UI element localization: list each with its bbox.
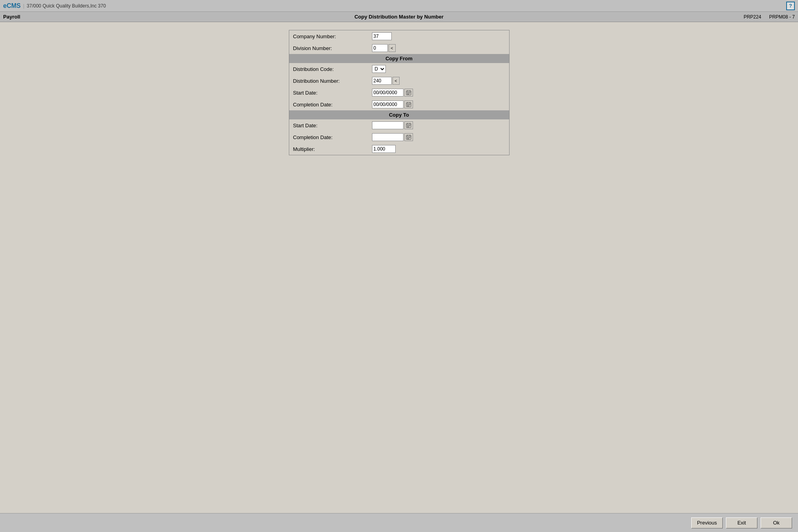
svg-rect-8 — [408, 94, 409, 95]
distribution-code-select[interactable]: D — [372, 65, 386, 73]
calendar-icon — [406, 90, 411, 95]
svg-rect-7 — [407, 94, 408, 95]
svg-rect-35 — [408, 138, 409, 139]
copy-to-start-date-row: Start Date: — [289, 119, 509, 131]
svg-rect-14 — [408, 104, 409, 105]
calendar-icon — [406, 134, 411, 140]
distribution-code-label: Distribution Code: — [293, 66, 372, 72]
copy-to-completion-date-group — [372, 133, 413, 141]
form-container: Company Number: Division Number: < Copy … — [289, 30, 510, 155]
distribution-number-input[interactable] — [372, 77, 392, 85]
division-number-label: Division Number: — [293, 45, 372, 51]
copy-to-start-date-label: Start Date: — [293, 123, 372, 128]
distribution-code-field-group: D — [372, 65, 386, 73]
svg-rect-13 — [407, 104, 408, 105]
svg-rect-23 — [408, 125, 409, 126]
copy-from-start-date-input[interactable] — [372, 89, 404, 97]
copy-to-completion-date-calendar-button[interactable] — [404, 133, 413, 141]
module-label: Payroll — [3, 14, 201, 20]
copy-from-start-date-calendar-button[interactable] — [404, 89, 413, 97]
company-number-field-group — [372, 32, 392, 40]
multiplier-input[interactable] — [372, 145, 396, 153]
svg-rect-22 — [407, 125, 408, 126]
svg-rect-6 — [409, 93, 410, 93]
distribution-number-row: Distribution Number: < — [289, 75, 509, 87]
svg-rect-15 — [409, 104, 410, 105]
multiplier-row: Multiplier: — [289, 143, 509, 155]
distribution-code-row: Distribution Code: D — [289, 63, 509, 75]
division-number-field-group: < — [372, 44, 396, 52]
copy-from-completion-date-group — [372, 100, 413, 108]
menu-right: PRP224 PRPM08 - 7 — [597, 14, 795, 20]
bottom-bar: Previous Exit Ok — [0, 513, 798, 532]
distribution-number-field-group: < — [372, 77, 400, 85]
company-number-input[interactable] — [372, 32, 392, 40]
copy-to-start-date-calendar-button[interactable] — [404, 121, 413, 129]
copy-from-completion-date-calendar-button[interactable] — [404, 100, 413, 108]
svg-rect-5 — [408, 93, 409, 93]
svg-rect-33 — [409, 137, 410, 138]
multiplier-label: Multiplier: — [293, 146, 372, 152]
page-title: Copy Distribution Master by Number — [201, 14, 597, 20]
svg-rect-24 — [409, 125, 410, 126]
copy-from-start-date-group — [372, 89, 413, 97]
division-nav-button[interactable]: < — [389, 44, 396, 52]
svg-rect-26 — [408, 126, 409, 127]
copy-to-completion-date-label: Completion Date: — [293, 134, 372, 140]
distribution-number-label: Distribution Number: — [293, 78, 372, 84]
page-ref: PRPM08 - 7 — [769, 14, 795, 20]
app-info: 37/000 Quick Quality Builders,Inc 370 — [27, 3, 106, 9]
title-bar: eCMS | 37/000 Quick Quality Builders,Inc… — [0, 0, 798, 12]
copy-from-completion-date-input[interactable] — [372, 100, 404, 108]
svg-rect-17 — [408, 106, 409, 106]
calendar-icon — [406, 102, 411, 107]
app-name: eCMS — [3, 2, 20, 9]
division-number-input[interactable] — [372, 44, 388, 52]
copy-from-header: Copy From — [289, 54, 509, 63]
division-number-row: Division Number: < — [289, 42, 509, 54]
multiplier-field-group — [372, 145, 396, 153]
help-button[interactable]: ? — [786, 2, 795, 10]
calendar-icon — [406, 123, 411, 128]
svg-rect-31 — [407, 137, 408, 138]
distribution-number-nav-button[interactable]: < — [392, 77, 400, 85]
copy-to-completion-date-row: Completion Date: — [289, 131, 509, 143]
copy-from-start-date-row: Start Date: — [289, 87, 509, 99]
copy-to-completion-date-input[interactable] — [372, 133, 404, 141]
copy-from-start-date-label: Start Date: — [293, 90, 372, 96]
svg-rect-32 — [408, 137, 409, 138]
company-number-row: Company Number: — [289, 30, 509, 42]
copy-to-header: Copy To — [289, 110, 509, 119]
ok-button[interactable]: Ok — [761, 517, 792, 528]
svg-rect-4 — [407, 93, 408, 93]
main-content: Company Number: Division Number: < Copy … — [0, 22, 798, 513]
copy-to-start-date-group — [372, 121, 413, 129]
company-number-label: Company Number: — [293, 33, 372, 39]
svg-rect-16 — [407, 106, 408, 106]
exit-button[interactable]: Exit — [726, 517, 757, 528]
copy-from-completion-date-label: Completion Date: — [293, 102, 372, 108]
copy-from-completion-date-row: Completion Date: — [289, 99, 509, 110]
page-code: PRP224 — [744, 14, 761, 20]
svg-rect-34 — [407, 138, 408, 139]
previous-button[interactable]: Previous — [691, 517, 723, 528]
svg-rect-25 — [407, 126, 408, 127]
copy-to-start-date-input[interactable] — [372, 121, 404, 129]
menu-bar: Payroll Copy Distribution Master by Numb… — [0, 12, 798, 22]
app-divider: | — [23, 3, 24, 9]
